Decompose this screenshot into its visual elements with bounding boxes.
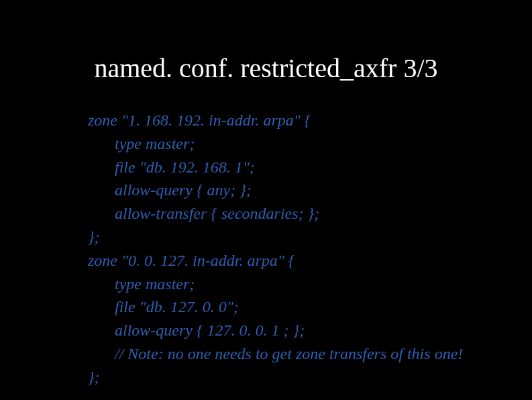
slide-body: zone "1. 168. 192. in-addr. arpa" {type … [88, 109, 505, 389]
code-line: allow-query { 127. 0. 0. 1 ; }; [88, 319, 505, 342]
code-line: }; [88, 226, 505, 249]
code-line: }; [88, 366, 505, 389]
code-line: type master; [88, 132, 505, 156]
slide-title: named. conf. restricted_axfr 3/3 [0, 52, 532, 84]
code-line: allow-transfer { secondaries; }; [88, 202, 505, 226]
code-line: file "db. 127. 0. 0"; [88, 295, 505, 319]
code-line: zone "1. 168. 192. in-addr. arpa" { [88, 109, 505, 132]
code-line: zone "0. 0. 127. in-addr. arpa" { [88, 249, 505, 272]
code-line: file "db. 192. 168. 1"; [88, 156, 505, 179]
code-line: type master; [88, 272, 505, 296]
slide: named. conf. restricted_axfr 3/3 zone "1… [0, 0, 532, 400]
code-line: // Note: no one needs to get zone transf… [88, 342, 505, 366]
code-line: allow-query { any; }; [88, 179, 505, 202]
